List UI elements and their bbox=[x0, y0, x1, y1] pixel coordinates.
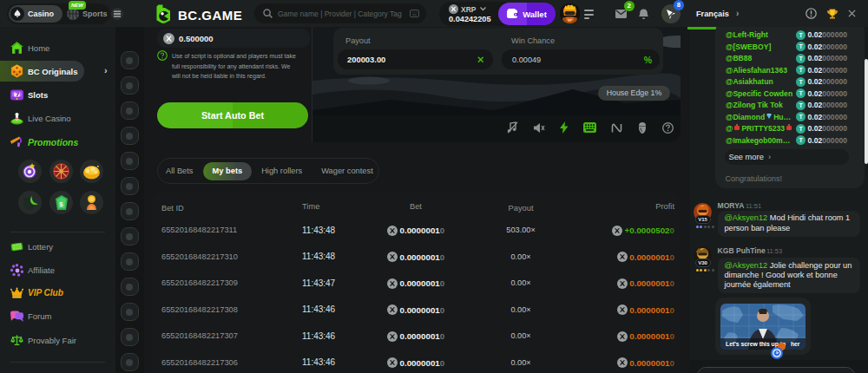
svg-text:ST: ST bbox=[568, 18, 573, 23]
svg-text:Let's screw this up to her: Let's screw this up to her bbox=[726, 341, 800, 348]
svg-text:$: $ bbox=[59, 200, 63, 207]
